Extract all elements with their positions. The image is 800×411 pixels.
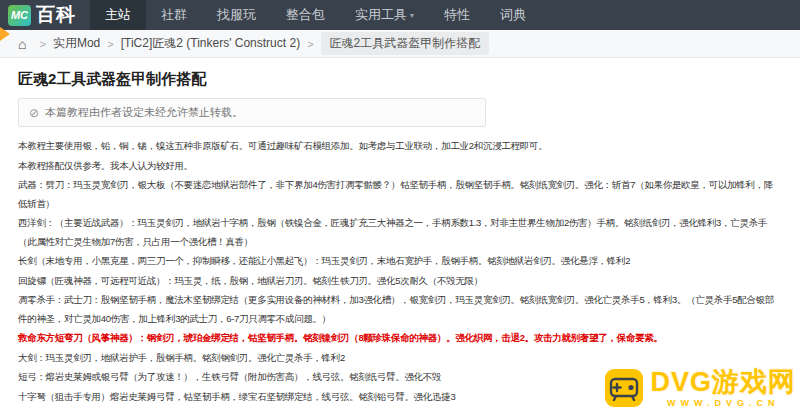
paragraph: 救命东方短弯刀（风筝神器）：钢剑刃，琥珀金绑定结，钴坚韧手柄。铭刻镍剑刃（8颗珍…: [18, 329, 782, 348]
paragraph: 大剑：玛玉灵剑刃，地狱岩护手，殷钢手柄。铭刻钢剑刃。强化亡灵杀手，锋利2: [18, 349, 782, 368]
nav-item-主站[interactable]: 主站: [90, 0, 146, 30]
nav-item-社群[interactable]: 社群: [146, 0, 202, 30]
top-navbar: MC 百科 主站社群找服玩整合包实用工具▾特性词典: [0, 0, 800, 30]
nav-item-实用工具[interactable]: 实用工具▾: [340, 0, 429, 30]
breadcrumb-bar: ⌂ >实用Mod>[TiC2]匠魂2 (Tinkers' Construct 2…: [0, 30, 800, 58]
paragraph: 本教程搭配仅供参考。我本人认为较好用。: [18, 157, 782, 176]
nav-item-找服玩[interactable]: 找服玩: [202, 0, 271, 30]
body-text: 本教程搭配仅供参考。我本人认为较好用。: [18, 160, 193, 171]
paragraph: 凋零杀手：武士刀：殷钢坚韧手柄，魔法木坚韧绑定结（更多实用设备的神材料，加3强化…: [18, 291, 782, 328]
page-title: 匠魂2工具武器盔甲制作搭配: [18, 70, 782, 89]
paragraph: 西洋剑：（主要近战武器）：玛玉灵剑刃，地狱岩十字柄，殷钢（铁镍合金，匠魂扩充三大…: [18, 214, 782, 251]
body-text: 凋零杀手：武士刀：殷钢坚韧手柄，魔法木坚韧绑定结（更多实用设备的神材料，加3强化…: [18, 294, 774, 324]
nav-items: 主站社群找服玩整合包实用工具▾特性词典: [90, 0, 541, 30]
mc-logo-icon: MC: [8, 5, 31, 26]
body-text: 十字弩（狙击手专用）熔岩史莱姆弓臂，钴坚韧手柄，绿宝石坚韧绑定结，线弓弦。铭刻铅…: [18, 391, 455, 402]
nav-item-特性[interactable]: 特性: [429, 0, 485, 30]
body-text: 回旋镖（匠魂神器，可远程可近战）：玛玉灵，纸，殷钢，地狱岩刀刃。铭刻生铁刀刃。强…: [18, 275, 483, 286]
body-text: 本教程主要使用银，铅，铜，锡，镍这五种非原版矿石。可通过趣味矿石模组添加。如考虑…: [18, 140, 547, 151]
watermark-url: WWW.DVG.CN: [667, 399, 780, 408]
breadcrumb-link[interactable]: [TiC2]匠魂2 (Tinkers' Construct 2): [121, 35, 300, 52]
highlighted-text: 救命东方短弯刀（风筝神器）：钢剑刃，琥珀金绑定结，钴坚韧手柄。铭刻镍剑刃（8颗珍…: [18, 332, 663, 343]
body-text: 长剑（末地专用，小黑克星，两三刀一个，抑制瞬移，还能让小黑起飞）：玛玉灵剑刃，末…: [18, 255, 630, 266]
gamepad-icon: [604, 368, 644, 408]
body-text: 武器：劈刀：玛玉灵宽剑刃，银大板（不要迷恋地狱岩部件了，非下界加4伤害打凋零骷髅…: [18, 179, 773, 209]
chevron-down-icon: ▾: [410, 11, 414, 20]
corner-ribbon: [0, 27, 10, 41]
breadcrumb-separator: >: [107, 38, 113, 50]
body-text: 大剑：玛玉灵剑刃，地狱岩护手，殷钢手柄。铭刻钢剑刃。强化亡灵杀手，锋利2: [18, 352, 345, 363]
breadcrumb-separator: >: [307, 38, 313, 50]
breadcrumb-current: 匠魂2工具武器盔甲制作搭配: [321, 32, 490, 55]
nav-item-整合包[interactable]: 整合包: [271, 0, 340, 30]
watermark-text: DVG游戏网 WWW.DVG.CN: [650, 369, 796, 408]
nav-item-词典[interactable]: 词典: [485, 0, 541, 30]
breadcrumb: >实用Mod>[TiC2]匠魂2 (Tinkers' Construct 2)>…: [32, 32, 489, 55]
paragraph: 武器：劈刀：玛玉灵宽剑刃，银大板（不要迷恋地狱岩部件了，非下界加4伤害打凋零骷髅…: [18, 176, 782, 213]
site-logo-text: 百科: [36, 2, 76, 28]
article: 匠魂2工具武器盔甲制作搭配 ⊘ 本篇教程由作者设定未经允许禁止转载。 本教程主要…: [0, 58, 800, 411]
body-text: 西洋剑：（主要近战武器）：玛玉灵剑刃，地狱岩十字柄，殷钢（铁镍合金，匠魂扩充三大…: [18, 217, 767, 247]
home-icon[interactable]: ⌂: [18, 37, 26, 51]
watermark-site-name: DVG游戏网: [650, 369, 796, 396]
watermark: DVG游戏网 WWW.DVG.CN: [604, 368, 796, 408]
body-text: 短弓：熔岩史莱姆或银弓臂（为了攻速！），生铁弓臂（附加伤害高），线弓弦。铭刻纸弓…: [18, 371, 441, 382]
site-logo[interactable]: MC 百科: [0, 0, 90, 30]
breadcrumb-link[interactable]: 实用Mod: [53, 35, 100, 52]
breadcrumb-separator: >: [39, 38, 45, 50]
no-reprint-icon: ⊘: [29, 107, 39, 119]
notice-text: 本篇教程由作者设定未经允许禁止转载。: [45, 105, 243, 120]
paragraph: 回旋镖（匠魂神器，可远程可近战）：玛玉灵，纸，殷钢，地狱岩刀刃。铭刻生铁刀刃。强…: [18, 272, 782, 291]
no-reprint-notice: ⊘ 本篇教程由作者设定未经允许禁止转载。: [18, 98, 486, 127]
paragraph: 长剑（末地专用，小黑克星，两三刀一个，抑制瞬移，还能让小黑起飞）：玛玉灵剑刃，末…: [18, 252, 782, 271]
paragraph: 本教程主要使用银，铅，铜，锡，镍这五种非原版矿石。可通过趣味矿石模组添加。如考虑…: [18, 137, 782, 156]
